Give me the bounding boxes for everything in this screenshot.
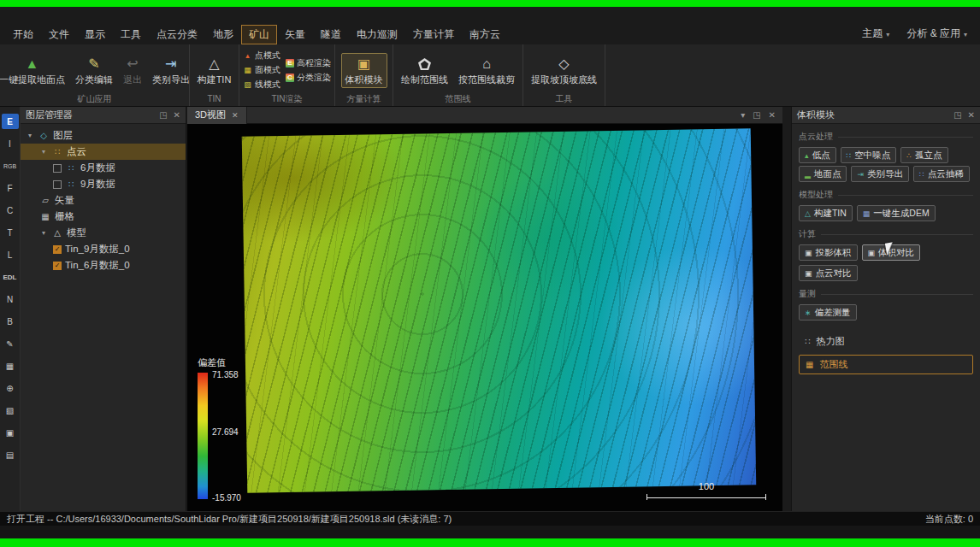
tree-node-tin-september[interactable]: ✓ Tin_9月数据_0 bbox=[21, 241, 186, 257]
low-points-button[interactable]: ▴低点 bbox=[799, 147, 836, 163]
edl-icon[interactable]: EDL bbox=[2, 269, 19, 285]
thin-icon: ∷ bbox=[919, 170, 924, 179]
category-export-button[interactable]: ⇥ 类别导出 bbox=[148, 53, 194, 88]
class-render-button[interactable]: C分类渲染 bbox=[284, 71, 333, 85]
l-icon[interactable]: L bbox=[2, 247, 19, 262]
expander-icon[interactable]: ▾ bbox=[39, 229, 48, 237]
clip-by-range-line-button[interactable]: ⌂ 按范围线裁剪 bbox=[454, 53, 519, 88]
menu-item-terrain[interactable]: 地形 bbox=[205, 25, 241, 44]
ground-points-button[interactable]: ▂地面点 bbox=[799, 166, 847, 182]
theme-menu[interactable]: 主题▾ bbox=[854, 24, 897, 44]
layer-manager-panel: 图层管理器 ◳ ✕ ▾ ◇ 图层 ▾ ∷ 点云 ∷ bbox=[21, 107, 186, 511]
b-icon[interactable]: B bbox=[2, 314, 19, 329]
close-panel-icon[interactable]: ✕ bbox=[968, 110, 975, 120]
deviation-measure-button[interactable]: ∗偏差测量 bbox=[799, 304, 857, 321]
tree-node-layers[interactable]: ▾ ◇ 图层 bbox=[21, 127, 186, 144]
layers-view-icon[interactable]: ▤ bbox=[2, 447, 19, 462]
box-select-icon[interactable]: ▧ bbox=[2, 403, 19, 418]
close-panel-icon[interactable]: ✕ bbox=[174, 110, 180, 120]
extract-ground-points-button[interactable]: ▲ 一键提取地面点 bbox=[0, 53, 69, 88]
analysis-app-menu[interactable]: 分析 & 应用▾ bbox=[899, 24, 975, 44]
elevation-render-button[interactable]: E高程渲染 bbox=[284, 56, 333, 70]
checkbox-unchecked[interactable] bbox=[53, 164, 62, 173]
checkbox-checked[interactable]: ✓ bbox=[53, 245, 62, 254]
edl-e-icon[interactable]: E bbox=[2, 114, 19, 129]
build-tin-button[interactable]: △构建TIN bbox=[799, 205, 853, 221]
rangeline-item[interactable]: ▦ 范围线 bbox=[799, 355, 973, 374]
category-export-button[interactable]: ⇥类别导出 bbox=[851, 166, 909, 182]
label: 一键提取地面点 bbox=[0, 74, 65, 85]
tree-node-raster[interactable]: ▦ 栅格 bbox=[21, 209, 186, 225]
tree-node-vector[interactable]: ▱ 矢量 bbox=[21, 192, 186, 209]
ribbon-group-tools: ◇ 提取坡顶坡底线 工具 bbox=[523, 44, 605, 106]
tree-node-june-data[interactable]: ∷ 6月数据 bbox=[21, 160, 186, 176]
point-mode-button[interactable]: ▴点模式 bbox=[241, 49, 282, 62]
menu-item-start[interactable]: 开始 bbox=[5, 25, 41, 44]
float-panel-icon[interactable]: ◳ bbox=[159, 110, 167, 120]
t-icon[interactable]: T bbox=[2, 225, 19, 240]
menu-item-file[interactable]: 文件 bbox=[41, 25, 77, 44]
menu-item-tools[interactable]: 工具 bbox=[113, 25, 149, 44]
menu-item-pointcloud-classify[interactable]: 点云分类 bbox=[149, 25, 205, 44]
checkbox-checked[interactable]: ✓ bbox=[53, 262, 62, 270]
volume-module-titlebar[interactable]: 体积模块 ◳ ✕ bbox=[792, 107, 980, 124]
menu-item-tunnel[interactable]: 隧道 bbox=[313, 25, 349, 44]
menu-item-volume-calc[interactable]: 方量计算 bbox=[405, 25, 462, 44]
house-clip-icon: ⌂ bbox=[482, 56, 491, 74]
viewport-tabbar: 3D视图 ✕ ▾ ◳ ✕ bbox=[187, 107, 782, 124]
layer-manager-titlebar[interactable]: 图层管理器 ◳ ✕ bbox=[21, 107, 186, 124]
brush-icon[interactable]: ✎ bbox=[2, 336, 19, 351]
projection-volume-button[interactable]: ▣投影体积 bbox=[799, 244, 858, 261]
heatmap-icon: ∷ bbox=[805, 337, 810, 346]
n-icon[interactable]: N bbox=[2, 291, 19, 307]
menu-item-power-survey[interactable]: 电力巡测 bbox=[349, 25, 405, 44]
pointcloud-data-icon: ∷ bbox=[65, 163, 77, 173]
thin-pointcloud-button[interactable]: ∷点云抽稀 bbox=[913, 166, 970, 182]
tab-close-icon[interactable]: ✕ bbox=[232, 111, 239, 120]
air-noise-button[interactable]: ∷空中噪点 bbox=[841, 147, 897, 163]
line-mode-button[interactable]: ▨线模式 bbox=[241, 78, 282, 91]
extract-slope-lines-button[interactable]: ◇ 提取坡顶坡底线 bbox=[527, 53, 601, 88]
menu-item-display[interactable]: 显示 bbox=[77, 25, 113, 44]
menu-right: 主题▾ 分析 & 应用▾ bbox=[854, 24, 975, 44]
classify-edit-button[interactable]: ✎ 分类编辑 bbox=[71, 53, 117, 88]
ribbon-group-tin-render: ▴点模式 ▦面模式 ▨线模式 E高程渲染 C分类渲染 TIN渲染 bbox=[239, 44, 335, 106]
generate-dem-button[interactable]: ▦一键生成DEM bbox=[857, 205, 936, 221]
menu-item-south-cloud[interactable]: 南方云 bbox=[462, 25, 508, 44]
label: 线模式 bbox=[255, 79, 280, 91]
volume-module-button[interactable]: ▣ 体积模块 bbox=[341, 53, 387, 88]
menu-item-vector[interactable]: 矢量 bbox=[277, 25, 313, 44]
float-view-icon[interactable]: ◳ bbox=[753, 110, 760, 120]
c-icon[interactable]: C bbox=[2, 203, 19, 218]
checkbox-unchecked[interactable] bbox=[53, 180, 62, 189]
isolated-points-button[interactable]: ∴孤立点 bbox=[900, 147, 948, 163]
tab-3d-view[interactable]: 3D视图 ✕ bbox=[187, 107, 247, 124]
expander-icon[interactable]: ▾ bbox=[26, 132, 34, 139]
rgb-icon[interactable]: RGB bbox=[2, 158, 19, 174]
build-tin-button[interactable]: △ 构建TIN bbox=[193, 53, 236, 88]
menu-bar: 开始 文件 显示 工具 点云分类 地形 矿山 矢量 隧道 电力巡测 方量计算 南… bbox=[0, 7, 980, 44]
tree-node-september-data[interactable]: ∷ 9月数据 bbox=[21, 176, 186, 192]
heatmap-item[interactable]: ∷ 热力图 bbox=[799, 332, 973, 350]
draw-range-line-button[interactable]: 绘制范围线 bbox=[397, 53, 452, 88]
face-mode-button[interactable]: ▦面模式 bbox=[241, 63, 282, 77]
intensity-icon[interactable]: I bbox=[2, 136, 19, 151]
pointcloud-compare-button[interactable]: ▣点云对比 bbox=[799, 265, 858, 281]
pan-hand-icon[interactable]: ⊕ bbox=[2, 380, 19, 396]
float-panel-icon[interactable]: ◳ bbox=[953, 110, 961, 120]
cube-icon: ▣ bbox=[357, 56, 370, 74]
tab-list-icon[interactable]: ▾ bbox=[741, 110, 745, 120]
f-icon[interactable]: F bbox=[2, 180, 19, 196]
tree-node-pointcloud[interactable]: ▾ ∷ 点云 bbox=[21, 144, 186, 160]
expander-icon[interactable]: ▾ bbox=[39, 148, 48, 156]
close-view-icon[interactable]: ✕ bbox=[769, 110, 776, 120]
3d-viewport[interactable]: 偏差值 71.358 27.694 -15.970 100 bbox=[187, 124, 782, 511]
tree-node-model[interactable]: ▾ △ 模型 bbox=[21, 225, 186, 241]
ground-points-icon: ▲ bbox=[26, 56, 39, 74]
menu-item-mining[interactable]: 矿山 bbox=[241, 25, 277, 44]
terrain-render[interactable] bbox=[242, 128, 756, 492]
tree-node-tin-june[interactable]: ✓ Tin_6月数据_0 bbox=[21, 257, 186, 274]
cube-icon: ▣ bbox=[868, 249, 876, 257]
grid-icon[interactable]: ▦ bbox=[2, 358, 19, 373]
cube-view-icon[interactable]: ▣ bbox=[2, 425, 19, 440]
